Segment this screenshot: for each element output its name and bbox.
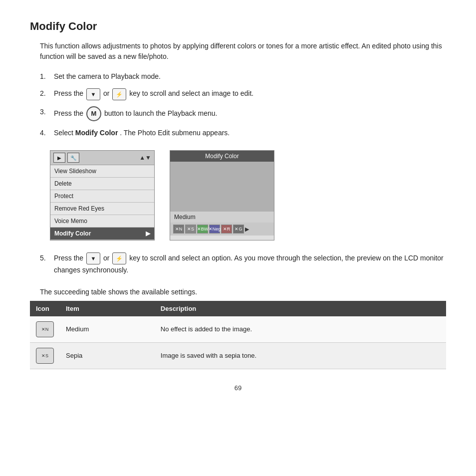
col-desc-header: Description: [155, 301, 446, 316]
playback-icon: ▶: [53, 153, 65, 163]
menu-item-protect: Protect: [50, 190, 154, 203]
table-desc-cell: Image is saved with a sepia tone.: [155, 342, 446, 369]
step5-scroll-right-icon: ⚡: [112, 252, 126, 264]
table-icon-cell: ✕S: [30, 342, 60, 369]
table-row: ✕SSepiaImage is saved with a sepia tone.: [30, 342, 446, 369]
step-4-content: Select Modify Color . The Photo Edit sub…: [54, 127, 446, 138]
step-3-content: Press the M button to launch the Playbac…: [54, 106, 446, 121]
preview-icons-row: ✕N ✕S ✕BW ✕Neg ✕R ✕G ▶: [170, 223, 274, 236]
step-5-num: 5.: [40, 252, 54, 263]
step-5: 5. Press the ▼ or ⚡ key to scroll and se…: [40, 252, 446, 276]
step-4: 4. Select Modify Color . The Photo Edit …: [40, 127, 446, 138]
modify-color-label: Modify Color: [54, 230, 91, 237]
menu-top-icons: ▶ 🔧: [53, 153, 79, 163]
menu-nav-arrows: ▲▼: [139, 154, 151, 161]
step5-scroll-down-icon: ▼: [86, 252, 100, 264]
menu-item-delete: Delete: [50, 178, 154, 190]
menu-screenshot: ▶ 🔧 ▲▼ View Slideshow Delete Protect Rem…: [50, 150, 155, 240]
icons-more-arrow: ▶: [245, 226, 249, 233]
color-option-5: ✕R: [221, 225, 232, 234]
page-title: Modify Color: [30, 20, 446, 33]
preview-screenshot: Modify Color Medium ✕N ✕S ✕BW ✕Neg ✕R ✕G…: [170, 150, 274, 240]
table-intro-text: The succeeding table shows the available…: [40, 288, 446, 296]
color-option-2: ✕S: [185, 225, 196, 234]
step-4-bold: Modify Color: [75, 129, 118, 137]
step-4-num: 4.: [40, 127, 54, 138]
table-header-row: Icon Item Description: [30, 301, 446, 316]
color-option-1: ✕N: [173, 225, 184, 234]
intro-text: This function allows adjustments to phot…: [40, 41, 446, 62]
menu-item-red-eyes: Remove Red Eyes: [50, 203, 154, 215]
settings-table: Icon Item Description ✕NMediumNo effect …: [30, 301, 446, 369]
step-1: 1. Set the camera to Playback mode.: [40, 71, 446, 82]
preview-title: Modify Color: [170, 151, 274, 162]
page-number: 69: [30, 384, 446, 392]
table-item-cell: Sepia: [60, 342, 155, 369]
step-2-after: key to scroll and select an image to edi…: [129, 89, 253, 97]
step-2: 2. Press the ▼ or ⚡ key to scroll and se…: [40, 88, 446, 100]
step-5-content: Press the ▼ or ⚡ key to scroll and selec…: [54, 252, 446, 276]
tools-icon: 🔧: [67, 153, 79, 163]
table-item-cell: Medium: [60, 316, 155, 343]
step-3-before: Press the: [54, 109, 83, 117]
icon-badge-medium: ✕N: [36, 321, 54, 337]
submenu-arrow-icon: ▶: [146, 230, 150, 237]
table-desc-cell: No effect is added to the image.: [155, 316, 446, 343]
col-item-header: Item: [60, 301, 155, 316]
screenshots-area: ▶ 🔧 ▲▼ View Slideshow Delete Protect Rem…: [50, 150, 446, 240]
col-icon-header: Icon: [30, 301, 60, 316]
scroll-down-icon: ▼: [86, 88, 100, 100]
step-2-before: Press the: [54, 89, 83, 97]
menu-top-bar: ▶ 🔧 ▲▼: [50, 151, 154, 165]
menu-item-voice-memo: Voice Memo: [50, 215, 154, 228]
step-4-before: Select: [54, 129, 73, 137]
step-5-before: Press the: [54, 254, 83, 262]
menu-item-modify-color: Modify Color ▶: [50, 228, 154, 240]
color-option-4: ✕Neg: [209, 225, 220, 234]
step-3: 3. Press the M button to launch the Play…: [40, 106, 446, 121]
step-3-after: button to launch the Playback menu.: [104, 109, 217, 117]
step-2-num: 2.: [40, 88, 54, 99]
table-row: ✕NMediumNo effect is added to the image.: [30, 316, 446, 343]
step-1-num: 1.: [40, 71, 54, 82]
preview-image: [170, 162, 274, 212]
preview-color-label: Medium: [170, 212, 274, 223]
table-icon-cell: ✕N: [30, 316, 60, 343]
menu-item-slideshow: View Slideshow: [50, 165, 154, 178]
color-option-3: ✕BW: [197, 225, 208, 234]
step-5-area: 5. Press the ▼ or ⚡ key to scroll and se…: [40, 252, 446, 276]
step-4-after: . The Photo Edit submenu appears.: [120, 129, 230, 137]
icon-badge-sepia: ✕S: [36, 348, 54, 364]
menu-button-icon: M: [86, 106, 101, 121]
step-2-content: Press the ▼ or ⚡ key to scroll and selec…: [54, 88, 446, 100]
scroll-right-icon: ⚡: [112, 88, 126, 100]
step-1-text: Set the camera to Playback mode.: [54, 71, 446, 82]
steps-list: 1. Set the camera to Playback mode. 2. P…: [40, 71, 446, 138]
step-3-num: 3.: [40, 106, 54, 117]
color-option-6: ✕G: [233, 225, 244, 234]
